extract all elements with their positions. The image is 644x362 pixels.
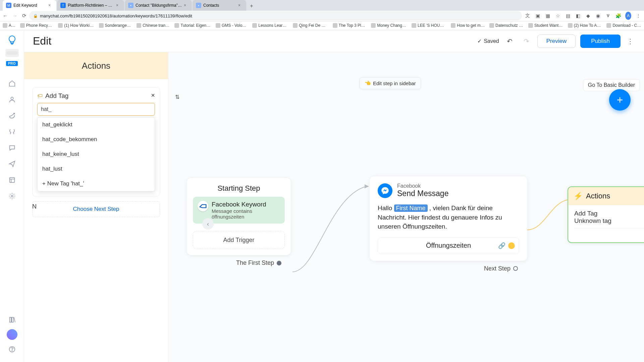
new-tab-button[interactable]: + xyxy=(247,1,256,11)
bookmark[interactable]: (1) How Working a… xyxy=(58,23,94,28)
translate-icon[interactable]: 文 xyxy=(525,13,531,19)
browser-tab-active[interactable]: M Edit Keyword × xyxy=(3,0,56,11)
favicon-icon: M xyxy=(6,3,11,8)
bookmark-label: Download - Cooki… xyxy=(612,23,641,28)
help-icon[interactable] xyxy=(5,343,19,356)
bookmark[interactable]: Qing Fei De Yi - Y… xyxy=(293,23,328,28)
add-trigger-button[interactable]: Add Trigger xyxy=(193,231,285,249)
canvas[interactable]: Actions × 🏷 Add Tag hat_geklickt hat_cod… xyxy=(24,52,644,362)
browser-tab[interactable]: • Contacts × xyxy=(193,0,246,11)
tag-option[interactable]: hat_lust xyxy=(38,162,155,176)
avatar[interactable] xyxy=(7,329,17,340)
bookmark[interactable]: Phone Recycling… xyxy=(20,23,54,28)
menu-icon[interactable]: ⋮ xyxy=(635,13,641,18)
contacts-icon[interactable] xyxy=(5,93,19,106)
tab-bar: M Edit Keyword × f Plattform-Richtlinien… xyxy=(0,0,644,11)
broadcast-icon[interactable] xyxy=(5,157,19,171)
back-icon[interactable]: ← xyxy=(3,13,8,19)
bookmark[interactable]: (2) How To Add A… xyxy=(568,23,602,28)
grid-icon[interactable]: ▦ xyxy=(545,13,551,18)
home-icon[interactable] xyxy=(5,77,19,90)
tag-option[interactable]: hat_keine_lust xyxy=(38,147,155,162)
close-icon[interactable]: × xyxy=(48,3,53,8)
bookmark[interactable]: Datenschutz - Re… xyxy=(489,23,524,28)
output-port[interactable] xyxy=(513,266,518,271)
bookmark[interactable]: Download - Cooki… xyxy=(606,23,641,28)
favicon-icon xyxy=(252,23,257,28)
message-button[interactable]: Öffnungszeiten 🔗 xyxy=(378,237,519,254)
qr-icon[interactable]: ▣ xyxy=(535,13,541,18)
favicon-icon xyxy=(137,23,141,28)
automation-icon[interactable] xyxy=(5,125,19,138)
reload-icon[interactable]: ⟳ xyxy=(22,13,26,19)
browser-tab[interactable]: • Contact "Bildungsfirma" throu… × xyxy=(125,0,192,11)
more-menu-button[interactable]: ⋮ xyxy=(625,37,635,45)
library-icon[interactable] xyxy=(5,313,19,326)
check-icon: ✓ xyxy=(477,38,482,44)
close-icon[interactable]: × xyxy=(116,3,121,8)
star-icon[interactable]: ☆ xyxy=(555,13,561,18)
browser-tab[interactable]: f Plattform-Richtlinien – Übersi… × xyxy=(57,0,124,11)
bookmark-label: How to get more … xyxy=(457,23,485,28)
output-port[interactable] xyxy=(508,242,515,249)
bookmark-label: Tutorial: Eigene Fa… xyxy=(180,23,211,28)
apps-button[interactable]: Apps xyxy=(3,23,15,28)
bookmark[interactable]: The Top 3 Platfor… xyxy=(333,23,367,28)
goto-basic-builder-button[interactable]: Go To Basic Builder xyxy=(583,79,640,91)
url-text: manychat.com/fb198150208192061­8/automat… xyxy=(40,13,192,18)
extension-icon[interactable]: ▤ xyxy=(565,13,571,18)
bookmark[interactable]: Sonderangebot! … xyxy=(99,23,132,28)
livechat-icon[interactable] xyxy=(5,141,19,155)
extension-icon[interactable]: ◧ xyxy=(575,13,581,18)
url-field[interactable]: 🔒 manychat.com/fb198150208192061­8/autom… xyxy=(29,11,522,20)
preview-button[interactable]: Preview xyxy=(537,35,576,48)
choose-next-step[interactable]: Choose Next Step xyxy=(32,201,160,217)
forward-icon[interactable]: → xyxy=(12,13,17,19)
growth-icon[interactable] xyxy=(5,109,19,122)
profile-avatar[interactable]: A xyxy=(625,12,631,20)
send-message-card[interactable]: Facebook Send Message Hallo First Name ,… xyxy=(370,176,527,261)
saved-label: Saved xyxy=(484,38,499,44)
chevron-left-icon[interactable]: ‹ xyxy=(202,218,214,230)
add-node-fab[interactable]: + xyxy=(609,89,631,111)
templates-icon[interactable] xyxy=(5,173,19,187)
bookmark[interactable]: GMS - Vologda,… xyxy=(216,23,248,28)
bookmark-label: Apps xyxy=(9,23,15,28)
bookmark[interactable]: Chinese translati… xyxy=(137,23,170,28)
actions-node-card[interactable]: ⚡ Actions Add Tag Unknown tag Next St ✦ … xyxy=(568,186,644,243)
bookmark[interactable]: Student Wants an… xyxy=(528,23,563,28)
starting-step-card[interactable]: Starting Step Facebook Keyword Message c… xyxy=(187,178,291,255)
bookmark[interactable]: LEE 'S HOUSE—… xyxy=(412,23,446,28)
extension-icon[interactable]: ◉ xyxy=(595,13,601,18)
settings-icon[interactable] xyxy=(5,189,19,203)
bookmark-label: GMS - Vologda,… xyxy=(222,23,248,28)
next-step-output[interactable]: Next Step xyxy=(484,265,518,272)
close-icon[interactable]: × xyxy=(238,3,243,8)
reorder-icon[interactable]: ⇅ xyxy=(175,94,179,100)
undo-button[interactable]: ↶ xyxy=(504,35,516,47)
bookmark-label: LEE 'S HOUSE—… xyxy=(418,23,446,28)
bookmark[interactable]: How to get more … xyxy=(451,23,485,28)
new-tag-option[interactable]: + New Tag 'hat_' xyxy=(38,176,155,191)
extension-icon[interactable]: ⛛ xyxy=(605,13,611,18)
puzzle-icon[interactable]: 🧩 xyxy=(615,13,621,18)
bookmark[interactable]: Tutorial: Eigene Fa… xyxy=(174,23,211,28)
output-port[interactable] xyxy=(277,261,281,265)
browser-chrome: M Edit Keyword × f Plattform-Richtlinien… xyxy=(0,0,644,30)
tag-option[interactable]: hat_geklickt xyxy=(38,117,155,132)
facebook-keyword-trigger[interactable]: Facebook Keyword Message contains öffnun… xyxy=(193,197,285,224)
favicon-icon xyxy=(58,23,63,28)
close-icon[interactable]: × xyxy=(151,92,155,99)
first-step-output[interactable]: The First Step xyxy=(236,259,281,266)
bookmark[interactable]: Money Changes E… xyxy=(371,23,407,28)
tag-option[interactable]: hat_code_bekommen xyxy=(38,132,155,147)
svg-point-7 xyxy=(12,351,12,351)
extension-icon[interactable]: ◆ xyxy=(585,13,591,18)
bookmark[interactable]: Lessons Learned f… xyxy=(252,23,288,28)
close-icon[interactable]: × xyxy=(184,3,189,8)
tag-input[interactable] xyxy=(37,103,155,116)
publish-button[interactable]: Publish xyxy=(580,35,621,48)
manychat-logo-icon[interactable] xyxy=(6,34,18,46)
workspace-tile[interactable] xyxy=(5,49,19,57)
edit-step-in-sidebar-chip[interactable]: 👈 Edit step in sidebar xyxy=(360,77,421,89)
